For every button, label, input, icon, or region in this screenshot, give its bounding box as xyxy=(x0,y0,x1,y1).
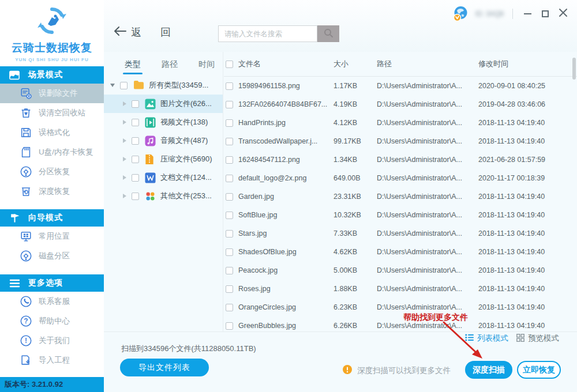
tree-node[interactable]: 视频文件(138) xyxy=(104,113,223,131)
sidebar-item[interactable]: 联系客服 xyxy=(0,292,104,311)
column-header-time[interactable]: 修改时间 xyxy=(478,59,577,69)
deep-scan-button[interactable]: 深度扫描 xyxy=(465,361,512,379)
table-row[interactable]: OrangeCircles.jpg6.23KBD:\Users\Administ… xyxy=(224,298,577,316)
tree-node[interactable]: 其他文件(253... xyxy=(104,187,223,205)
table-row[interactable]: 159894961158.png1.17KBD:\Users\Administr… xyxy=(224,77,577,95)
table-row[interactable]: ShadesOfBlue.jpg4.62KBD:\Users\Administr… xyxy=(224,243,577,261)
caret-right-icon[interactable] xyxy=(123,101,126,106)
tree-node-checkbox[interactable] xyxy=(132,119,139,126)
tree-node-checkbox[interactable] xyxy=(132,174,139,182)
row-checkbox[interactable] xyxy=(226,82,233,90)
table-row[interactable]: HandPrints.jpg4.12KBD:\Users\Administrat… xyxy=(224,114,577,132)
select-all-checkbox[interactable] xyxy=(226,61,233,68)
back-button[interactable]: 返 回 xyxy=(114,25,179,39)
row-checkbox[interactable] xyxy=(226,322,233,330)
caret-right-icon[interactable] xyxy=(123,157,126,161)
minimize-icon xyxy=(524,13,531,14)
deep-scan-note: 深度扫描可以找到更多文件 xyxy=(343,365,451,376)
row-checkbox[interactable] xyxy=(226,304,233,311)
table-row[interactable]: Garden.jpg23.31KBD:\Users\Administrator\… xyxy=(224,187,577,206)
tree-node[interactable]: 图片文件(626... xyxy=(104,95,223,113)
sidebar-item[interactable]: 误格式化 xyxy=(0,123,104,142)
caret-right-icon[interactable] xyxy=(123,120,126,125)
row-checkbox[interactable] xyxy=(226,285,233,293)
sidebar-item[interactable]: 导入工程 xyxy=(0,350,104,370)
list-mode-toggle[interactable]: 列表模式 xyxy=(465,333,508,344)
cell-size: 6.26KB xyxy=(334,322,377,330)
cell-size: 649.00B xyxy=(334,174,377,182)
table-row[interactable]: Roses.jpg1.88KBD:\Users\Administrator\A.… xyxy=(224,280,577,298)
tree-node[interactable]: 音频文件(487) xyxy=(104,131,223,150)
sidebar-item-label: U盘/内存卡恢复 xyxy=(39,147,93,157)
close-button[interactable] xyxy=(557,8,569,20)
sidebar-item[interactable]: 磁盘分区 xyxy=(0,246,104,266)
sidebar-item[interactable]: 误清空回收站 xyxy=(0,103,104,123)
table-row[interactable]: SoftBlue.jpg10.32KBD:\Users\Administrato… xyxy=(224,206,577,224)
tree-node-checkbox[interactable] xyxy=(132,137,139,145)
tree-tab-类型[interactable]: 类型 xyxy=(125,59,141,74)
table-row[interactable]: GreenBubbles.jpg6.26KBD:\Users\Administr… xyxy=(224,316,577,331)
recover-now-button[interactable]: 立即恢复 xyxy=(517,361,561,379)
row-checkbox[interactable] xyxy=(226,267,233,274)
table-row[interactable]: 132FA02664074B84BF67...4.19KBD:\Users\Ad… xyxy=(224,95,577,114)
cell-path: D:\Users\Administrator\A... xyxy=(377,119,478,127)
minimize-button[interactable] xyxy=(522,8,533,20)
row-checkbox[interactable] xyxy=(226,230,233,238)
caret-down-icon[interactable] xyxy=(110,84,115,87)
row-checkbox[interactable] xyxy=(226,175,233,182)
search-button[interactable] xyxy=(317,25,339,42)
sidebar-item[interactable]: 深度恢复 xyxy=(0,182,104,201)
avatar[interactable] xyxy=(452,5,469,22)
caret-right-icon[interactable] xyxy=(123,138,126,143)
caret-right-icon[interactable] xyxy=(123,194,126,198)
row-checkbox[interactable] xyxy=(226,248,233,256)
help-center-icon: ? xyxy=(20,315,32,327)
sidebar-item[interactable]: 误删除文件 xyxy=(0,84,104,103)
cell-path: D:\Users\Administrator\A... xyxy=(377,100,478,108)
back-arrow-icon xyxy=(114,27,126,38)
tree-node-checkbox[interactable] xyxy=(120,82,128,89)
row-checkbox[interactable] xyxy=(226,156,233,164)
export-file-list-button[interactable]: 导出文件列表 xyxy=(120,359,209,376)
cell-time: 2020-11-17 00:18:39 xyxy=(478,174,577,182)
search-input[interactable] xyxy=(218,25,317,42)
sidebar-item[interactable]: !关于我们 xyxy=(0,331,104,350)
menu-group-2[interactable]: 更多选项 xyxy=(0,274,104,292)
tree-node-checkbox[interactable] xyxy=(132,100,139,108)
row-checkbox[interactable] xyxy=(226,101,233,108)
table-row[interactable]: Stars.jpg7.33KBD:\Users\Administrator\A.… xyxy=(224,224,577,243)
column-header-name[interactable]: 文件名 xyxy=(238,59,334,69)
table-row[interactable]: Peacock.jpg5.00KBD:\Users\Administrator\… xyxy=(224,261,577,280)
cell-size: 5.00KB xyxy=(334,266,377,274)
menu-group-0[interactable]: 场景模式 xyxy=(0,66,104,84)
maximize-button[interactable] xyxy=(539,8,551,20)
tree-node[interactable]: 压缩文件(5690) xyxy=(104,150,223,168)
table-row[interactable]: TranscodedWallpaper.j...99.17KBD:\Users\… xyxy=(224,132,577,150)
sidebar-item[interactable]: U盘/内存卡恢复 xyxy=(0,142,104,162)
row-checkbox[interactable] xyxy=(226,138,233,145)
menu-group-1[interactable]: 向导模式 xyxy=(0,209,104,227)
preview-mode-toggle[interactable]: 预览模式 xyxy=(516,333,559,344)
table-row[interactable]: default_logo@2x.png649.00BD:\Users\Admin… xyxy=(224,169,577,187)
sidebar-item[interactable]: ?帮助中心 xyxy=(0,311,104,331)
cell-path: D:\Users\Administrator\A... xyxy=(377,248,478,256)
tree-node[interactable]: 文档文件(124... xyxy=(104,168,223,187)
tree-tab-时间[interactable]: 时间 xyxy=(198,59,215,74)
row-checkbox[interactable] xyxy=(226,119,233,127)
folder-icon xyxy=(133,80,144,91)
table-scrollbar[interactable] xyxy=(572,58,576,80)
cell-size: 4.12KB xyxy=(334,119,377,127)
row-checkbox[interactable] xyxy=(226,212,233,219)
row-checkbox[interactable] xyxy=(226,193,233,201)
tree-node-checkbox[interactable] xyxy=(132,193,139,200)
caret-right-icon[interactable] xyxy=(123,175,126,180)
tree-node[interactable]: 所有类型(33459... xyxy=(104,76,223,95)
column-header-path[interactable]: 路径 xyxy=(377,59,478,69)
table-row[interactable]: 162484547112.png1.34KBD:\Users\Administr… xyxy=(224,150,577,169)
sidebar-item[interactable]: 分区恢复 xyxy=(0,162,104,182)
tree-node-checkbox[interactable] xyxy=(132,156,139,163)
column-header-size[interactable]: 大小 xyxy=(334,59,377,69)
sidebar-item[interactable]: 常用位置 xyxy=(0,227,104,246)
tree-tab-路径[interactable]: 路径 xyxy=(162,59,178,74)
cell-time: 2020-09-01 08:40:25 xyxy=(478,82,577,90)
